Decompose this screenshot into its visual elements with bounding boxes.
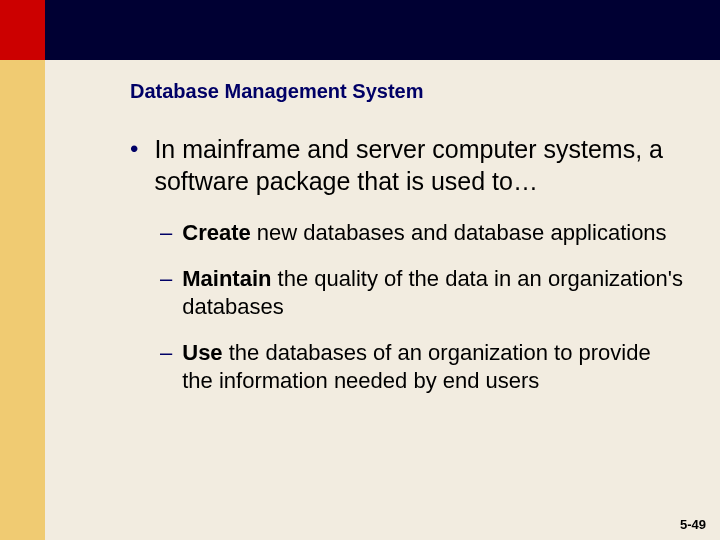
- sub-bullet-bold: Maintain: [182, 266, 271, 291]
- sub-bullet-bold: Create: [182, 220, 250, 245]
- sub-bullet-text: Maintain the quality of the data in an o…: [182, 265, 685, 321]
- sub-bullet-rest: new databases and database applications: [251, 220, 667, 245]
- sub-bullet-text: Use the databases of an organization to …: [182, 339, 685, 395]
- sub-bullet-text: Create new databases and database applic…: [182, 219, 666, 247]
- dash-marker: –: [160, 265, 172, 293]
- left-bar: [0, 0, 45, 540]
- slide-content: Database Management System • In mainfram…: [45, 60, 720, 433]
- page-number: 5-49: [680, 517, 706, 532]
- dash-marker: –: [160, 339, 172, 367]
- sub-bullet-2: – Use the databases of an organization t…: [160, 339, 685, 395]
- dash-marker: –: [160, 219, 172, 247]
- left-bar-bg: [0, 60, 45, 540]
- sub-bullet-bold: Use: [182, 340, 222, 365]
- main-bullet-text: In mainframe and server computer systems…: [154, 133, 685, 197]
- sub-bullet-0: – Create new databases and database appl…: [160, 219, 685, 247]
- top-bar: [0, 0, 720, 60]
- bullet-marker: •: [130, 133, 138, 165]
- main-bullet: • In mainframe and server computer syste…: [130, 133, 685, 197]
- sub-bullet-rest: the databases of an organization to prov…: [182, 340, 650, 393]
- slide-title: Database Management System: [130, 80, 685, 103]
- left-bar-accent: [0, 0, 45, 60]
- sub-bullet-1: – Maintain the quality of the data in an…: [160, 265, 685, 321]
